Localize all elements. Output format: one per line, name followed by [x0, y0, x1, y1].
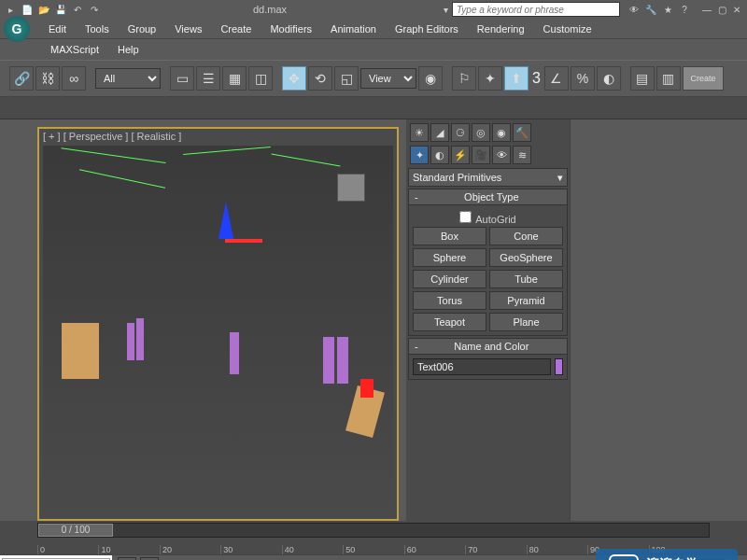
link-icon[interactable]: 🔗 [9, 66, 34, 91]
unlink-icon[interactable]: ⛓ [35, 66, 60, 91]
named-selection-icon[interactable]: ▤ [630, 66, 655, 91]
snap-toggle-icon[interactable]: ⬆ [504, 66, 529, 91]
manipulate-icon[interactable]: ⚐ [452, 66, 476, 91]
window-crossing-icon[interactable]: ◫ [248, 66, 273, 91]
cylinder-button[interactable]: Cylinder [413, 270, 486, 288]
wrench-icon[interactable]: 🔧 [644, 3, 657, 16]
object-name-input[interactable] [413, 358, 551, 375]
menu-views[interactable]: Views [165, 20, 211, 38]
select-icon[interactable]: ▭ [170, 66, 194, 91]
move-icon[interactable]: ✥ [282, 66, 306, 91]
percent-snap-icon[interactable]: % [571, 66, 595, 91]
render-frame-icon[interactable]: ◉ [492, 123, 511, 142]
gizmo-x-axis [225, 239, 262, 243]
menu-tools[interactable]: Tools [76, 20, 119, 38]
tube-button[interactable]: Tube [489, 270, 563, 288]
rollout-toggle-icon[interactable]: - [415, 341, 418, 352]
viewport-label[interactable]: [ + ] [ Perspective ] [ Realistic ] [43, 131, 181, 142]
rotate-icon[interactable]: ⟲ [308, 66, 332, 91]
render-setup-icon[interactable]: ◎ [472, 123, 490, 142]
select-by-name-icon[interactable]: ☰ [196, 66, 220, 91]
menu-animation[interactable]: Animation [321, 20, 386, 38]
plane-button[interactable]: Plane [489, 313, 563, 331]
tick: 40 [282, 545, 343, 554]
rectangle-region-icon[interactable]: ▦ [222, 66, 247, 91]
watermark-title: 溜溜自学 [646, 556, 725, 561]
chevron-down-icon[interactable]: ▾ [439, 3, 452, 16]
exposure-icon[interactable]: ◢ [430, 123, 449, 142]
hammer-icon[interactable]: 🔨 [513, 123, 531, 142]
binoculars-icon[interactable]: 👁 [627, 3, 641, 16]
maxscript-listener[interactable]: select $Text006 Welcome to MAX [0, 555, 112, 560]
autogrid-checkbox[interactable] [459, 211, 472, 223]
help-icon[interactable]: ? [678, 3, 691, 16]
pyramid-button[interactable]: Pyramid [489, 291, 563, 310]
torus-button[interactable]: Torus [413, 291, 486, 310]
motion-tab-icon[interactable]: 🎥 [472, 146, 490, 164]
chevron-down-icon: ▾ [557, 172, 563, 184]
menu-help[interactable]: Help [108, 40, 148, 59]
star-icon[interactable]: ★ [661, 3, 674, 16]
main-toolbar: 🔗 ⛓ ∞ All ▭ ☰ ▦ ◫ ✥ ⟲ ◱ View ◉ ⚐ ✦ ⬆ 3 ∠… [0, 60, 747, 97]
tick: 10 [98, 545, 159, 554]
keyboard-shortcut-icon[interactable]: ✦ [478, 66, 502, 91]
menu-edit[interactable]: Edit [39, 20, 76, 38]
teapot-button[interactable]: Teapot [413, 313, 486, 331]
maximize-icon[interactable]: ▢ [715, 3, 728, 16]
time-slider-handle[interactable]: 0 / 100 [38, 524, 113, 537]
scene-3d [43, 146, 393, 515]
hierarchy-tab-icon[interactable]: ⚡ [451, 146, 470, 164]
save-icon[interactable]: 💾 [54, 3, 67, 16]
modify-tab-icon[interactable]: ◐ [430, 146, 449, 164]
menu-rendering[interactable]: Rendering [468, 20, 534, 38]
scale-icon[interactable]: ◱ [334, 66, 359, 91]
box-button[interactable]: Box [413, 227, 486, 245]
menu-create[interactable]: Create [211, 20, 261, 38]
menu-customize[interactable]: Customize [534, 20, 601, 38]
menu-maxscript[interactable]: MAXScript [41, 40, 108, 59]
menu-grapheditors[interactable]: Graph Editors [386, 20, 468, 38]
tick: 20 [160, 545, 220, 554]
spinner-snap-icon[interactable]: ◐ [597, 66, 621, 91]
right-panel [570, 119, 747, 521]
application-menu-icon[interactable]: ▸ [4, 3, 17, 16]
tick: 50 [343, 545, 403, 554]
hierachy-icon[interactable]: ⚆ [451, 123, 470, 142]
menu-group[interactable]: Group [119, 20, 166, 38]
undo-icon[interactable]: ↶ [71, 3, 84, 16]
viewport[interactable]: [ + ] [ Perspective ] [ Realistic ] [37, 127, 399, 521]
create-tab-icon[interactable]: ✦ [410, 146, 429, 164]
create-selection-button[interactable]: Create [683, 66, 724, 91]
cone-button[interactable]: Cone [489, 227, 563, 245]
new-icon[interactable]: 📄 [21, 3, 34, 16]
geosphere-button[interactable]: GeoSphere [489, 248, 563, 267]
selection-filter-combo[interactable]: All [95, 68, 161, 89]
search-input[interactable] [452, 2, 620, 17]
utilities-tab-icon[interactable]: ≋ [513, 146, 531, 164]
angle-snap-icon[interactable]: ∠ [544, 66, 569, 91]
app-logo-icon[interactable]: G [4, 16, 30, 42]
menu-modifiers[interactable]: Modifiers [261, 20, 321, 38]
tick: 70 [465, 545, 526, 554]
timeline: 0 / 100 [0, 521, 747, 539]
rollout-toggle-icon[interactable]: - [415, 191, 418, 203]
gizmo-z-axis [218, 202, 233, 239]
sphere-button[interactable]: Sphere [413, 248, 486, 267]
tick: 80 [527, 545, 587, 554]
redo-icon[interactable]: ↷ [88, 3, 101, 16]
display-tab-icon[interactable]: 👁 [492, 146, 511, 164]
name-color-header: Name and Color [422, 341, 561, 352]
open-icon[interactable]: 📂 [37, 3, 50, 16]
minimize-icon[interactable]: — [700, 3, 713, 16]
close-icon[interactable]: ✕ [730, 3, 743, 16]
mirror-icon[interactable]: ▥ [656, 66, 681, 91]
light-icon[interactable]: ☀ [410, 123, 429, 142]
category-dropdown[interactable]: Standard Primitives ▾ [408, 168, 568, 187]
bind-icon[interactable]: ∞ [62, 66, 86, 91]
tick: 0 [37, 545, 98, 554]
category-dropdown-label: Standard Primitives [413, 172, 501, 183]
object-color-swatch[interactable] [555, 358, 563, 375]
pivot-icon[interactable]: ◉ [418, 66, 443, 91]
reference-coord-combo[interactable]: View [360, 68, 416, 89]
time-slider[interactable]: 0 / 100 [37, 523, 710, 538]
